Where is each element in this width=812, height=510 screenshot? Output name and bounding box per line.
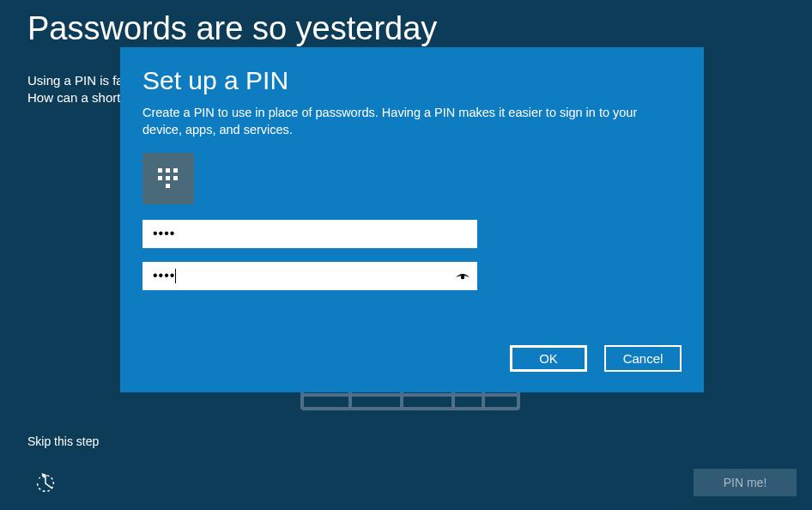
svg-rect-7 (166, 168, 170, 173)
svg-point-13 (461, 276, 464, 279)
page-subtext-2: How can a short (27, 90, 120, 105)
ease-of-access-icon[interactable] (33, 471, 58, 496)
confirm-pin-input[interactable]: •••• (142, 262, 477, 290)
new-pin-mask: •••• (153, 227, 175, 240)
cancel-button[interactable]: Cancel (604, 345, 682, 372)
svg-rect-10 (166, 176, 170, 180)
reveal-password-icon[interactable] (455, 268, 470, 283)
setup-pin-dialog: Set up a PIN Create a PIN to use in plac… (120, 47, 704, 392)
page-title: Passwords are so yesterday (27, 10, 437, 47)
confirm-pin-mask: •••• (153, 269, 175, 282)
dialog-title: Set up a PIN (142, 66, 682, 95)
text-caret (175, 269, 176, 283)
svg-rect-8 (173, 168, 178, 173)
dialog-description: Create a PIN to use in place of password… (142, 104, 640, 139)
dialog-button-row: OK Cancel (510, 345, 682, 372)
pin-keypad-icon (142, 153, 194, 204)
ok-button[interactable]: OK (510, 345, 587, 372)
svg-rect-11 (173, 176, 178, 180)
skip-this-step-link[interactable]: Skip this step (27, 434, 99, 448)
pin-me-button: PIN me! (694, 469, 797, 496)
page-subtext-1: Using a PIN is fa (27, 73, 124, 88)
svg-rect-6 (158, 168, 162, 173)
new-pin-input[interactable]: •••• (142, 220, 477, 248)
svg-rect-9 (158, 176, 162, 180)
svg-rect-12 (166, 184, 170, 188)
